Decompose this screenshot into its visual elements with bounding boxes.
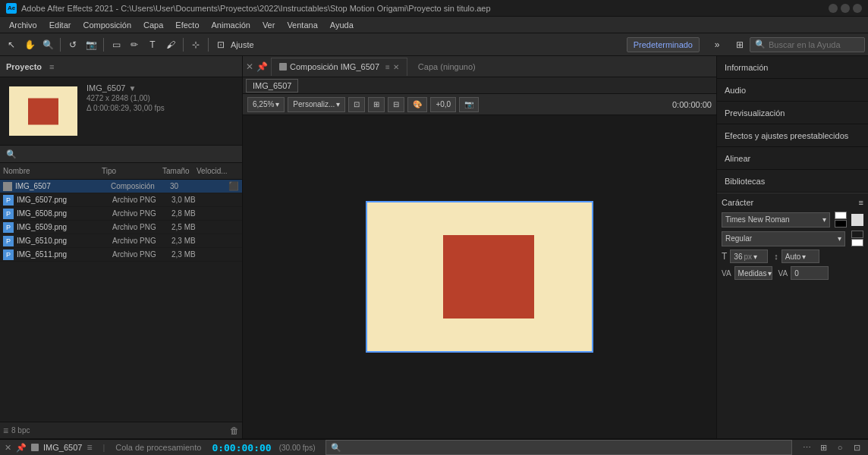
expand-panels[interactable]: » xyxy=(709,36,725,53)
close-panel-icon[interactable]: ✕ xyxy=(246,61,253,72)
tl-comp-menu[interactable]: ≡ xyxy=(86,442,92,453)
rotate-tool[interactable]: ↺ xyxy=(64,36,81,53)
proj-row-3[interactable]: P IMG_6509.png Archivo PNG 2,5 MB xyxy=(0,221,242,234)
comp-tab-main[interactable]: Composición IMG_6507 ≡ ✕ xyxy=(271,58,407,76)
timeline-header: ✕ 📌 IMG_6507 ≡ | Cola de procesamiento 0… xyxy=(0,440,868,455)
comp-toolbar: 6,25%▾ Personaliz...▾ ⊡ ⊞ ⊟ 🎨 +0,0 📷 0:0… xyxy=(243,94,716,115)
close-button[interactable] xyxy=(853,4,862,13)
menu-efecto[interactable]: Efecto xyxy=(169,17,205,33)
snapping-btn[interactable]: ⊡ xyxy=(212,36,229,53)
proj-file-size-2: 2,8 MB xyxy=(171,209,204,218)
puppet-tool[interactable]: ⊹ xyxy=(187,36,204,53)
inner-tab[interactable]: IMG_6507 xyxy=(246,79,298,93)
proj-row-comp[interactable]: IMG_6507 Composición 30 ⬛ xyxy=(0,180,242,193)
menu-ayuda[interactable]: Ayuda xyxy=(324,17,360,33)
view-options-3[interactable]: ⊟ xyxy=(388,97,404,112)
tl-comp-label: IMG_6507 xyxy=(43,443,82,452)
tl-lock-icon[interactable]: 📌 xyxy=(16,443,27,453)
select-tool[interactable]: ↖ xyxy=(3,36,20,53)
close-tl-icon[interactable]: ✕ xyxy=(5,443,11,453)
project-search-input[interactable] xyxy=(20,149,236,158)
zoom-tool[interactable]: 🔍 xyxy=(39,36,56,53)
comp-tab-options[interactable]: ≡ xyxy=(385,63,390,71)
comp-tab-bar: ✕ 📌 Composición IMG_6507 ≡ ✕ Capa (ningu… xyxy=(243,56,716,77)
camera-tool[interactable]: 📷 xyxy=(83,36,99,53)
menu-ver[interactable]: Ver xyxy=(256,17,281,33)
panel-alinear[interactable]: Alinear xyxy=(717,147,868,170)
menu-archivo[interactable]: Archivo xyxy=(3,17,43,33)
panel-previa[interactable]: Previsualización xyxy=(717,102,868,124)
proj-file-size-1: 3,0 MB xyxy=(171,196,204,204)
pen-tool[interactable]: ✏ xyxy=(126,36,143,53)
font-size-row: T 36 px ▾ ↕ Auto ▾ xyxy=(722,249,863,263)
col-type-header[interactable]: Tipo xyxy=(102,167,162,175)
rect-tool[interactable]: ▭ xyxy=(108,36,124,53)
color-preview[interactable] xyxy=(851,214,863,226)
panel-efectos[interactable]: Efectos y ajustes preestablecidos xyxy=(717,124,868,147)
stroke-black[interactable] xyxy=(851,231,863,238)
view-options-1[interactable]: ⊡ xyxy=(348,97,365,112)
menu-ventana[interactable]: Ventana xyxy=(281,17,323,33)
panel-informacion[interactable]: Información xyxy=(717,56,868,79)
font-size-field[interactable]: 36 px ▾ xyxy=(730,249,768,263)
metrics-value-field[interactable]: 0 xyxy=(791,266,829,280)
col-size-header[interactable]: Tamaño xyxy=(162,167,197,175)
proj-row-2[interactable]: P IMG_6508.png Archivo PNG 2,8 MB xyxy=(0,207,242,221)
panel-audio[interactable]: Audio xyxy=(717,79,868,102)
tl-btn-1[interactable]: ⋯ xyxy=(800,441,813,454)
hand-tool[interactable]: ✋ xyxy=(21,36,38,53)
col-name-header[interactable]: Nombre xyxy=(3,167,102,175)
menu-composicion[interactable]: Composición xyxy=(77,17,137,33)
text-tool[interactable]: T xyxy=(144,36,161,53)
font-name-label: Times New Roman xyxy=(725,215,790,224)
proj-row-1[interactable]: P IMG_6507.png Archivo PNG 3,0 MB xyxy=(0,193,242,207)
preset-display[interactable]: Personaliz...▾ xyxy=(288,97,345,112)
project-file-list: IMG_6507 Composición 30 ⬛ P IMG_6507.png… xyxy=(0,180,242,422)
panel-lock-icon[interactable]: 📌 xyxy=(256,61,268,72)
file-icon-1: P xyxy=(3,195,14,206)
caracter-panel: Carácter ≡ Times New Roman ▾ Regular xyxy=(717,193,868,284)
stroke-white[interactable] xyxy=(851,239,863,246)
brush-tool[interactable]: 🖌 xyxy=(162,36,179,53)
auto-field[interactable]: Auto ▾ xyxy=(782,249,819,263)
color-manage[interactable]: 🎨 xyxy=(407,97,427,112)
interpret-icon[interactable]: ≡ xyxy=(3,425,8,436)
comp-dropdown[interactable]: ▼ xyxy=(128,84,136,93)
comp-tab-label: Composición IMG_6507 xyxy=(290,62,379,71)
stroke-color-swatch[interactable] xyxy=(835,220,847,228)
search-icon: 🔍 xyxy=(755,39,766,49)
fill-color-swatch[interactable] xyxy=(835,212,847,219)
col-speed-header[interactable]: Velocid... xyxy=(197,167,227,175)
font-name-select[interactable]: Times New Roman ▾ xyxy=(722,212,830,228)
predeterminado-button[interactable]: Predeterminado xyxy=(627,37,700,52)
menu-animacion[interactable]: Animación xyxy=(206,17,256,33)
menu-capa[interactable]: Capa xyxy=(137,17,169,33)
view-options-2[interactable]: ⊞ xyxy=(368,97,385,112)
timeline-search-input[interactable] xyxy=(344,443,787,452)
minimize-button[interactable] xyxy=(829,4,838,13)
comp-tab-close[interactable]: ✕ xyxy=(393,63,399,71)
menu-editar[interactable]: Editar xyxy=(43,17,77,33)
metrics-row: VA Medidas▾ VA 0 xyxy=(722,266,863,280)
menu-bar: Archivo Editar Composición Capa Efecto A… xyxy=(0,17,868,33)
zoom-display[interactable]: 6,25%▾ xyxy=(247,97,285,112)
maximize-button[interactable] xyxy=(841,4,850,13)
panel-bibliotecas[interactable]: Bibliotecas xyxy=(717,170,868,193)
exposure[interactable]: +0,0 xyxy=(430,97,456,112)
font-style-select[interactable]: Regular ▾ xyxy=(722,231,845,246)
tl-btn-4[interactable]: ⊡ xyxy=(850,441,863,454)
comp-duration: Δ 0:00:08:29, 30,00 fps xyxy=(86,104,165,112)
search-input[interactable] xyxy=(769,40,860,49)
ajuste-label[interactable]: Ajuste xyxy=(231,40,254,49)
metrics-field[interactable]: Medidas▾ xyxy=(734,266,772,280)
toolbar-sep2 xyxy=(103,38,104,52)
toggle-icon[interactable]: ⊞ xyxy=(731,36,748,53)
proj-row-4[interactable]: P IMG_6510.png Archivo PNG 2,3 MB xyxy=(0,234,242,248)
delete-icon[interactable]: 🗑 xyxy=(230,425,239,436)
caracter-menu-icon[interactable]: ≡ xyxy=(859,198,863,207)
tl-btn-2[interactable]: ⊞ xyxy=(816,441,830,454)
tl-btn-3[interactable]: ○ xyxy=(833,441,847,454)
proj-row-5[interactable]: P IMG_6511.png Archivo PNG 2,3 MB xyxy=(0,248,242,262)
project-menu-icon[interactable]: ≡ xyxy=(49,62,54,71)
snapshot[interactable]: 📷 xyxy=(459,97,479,112)
